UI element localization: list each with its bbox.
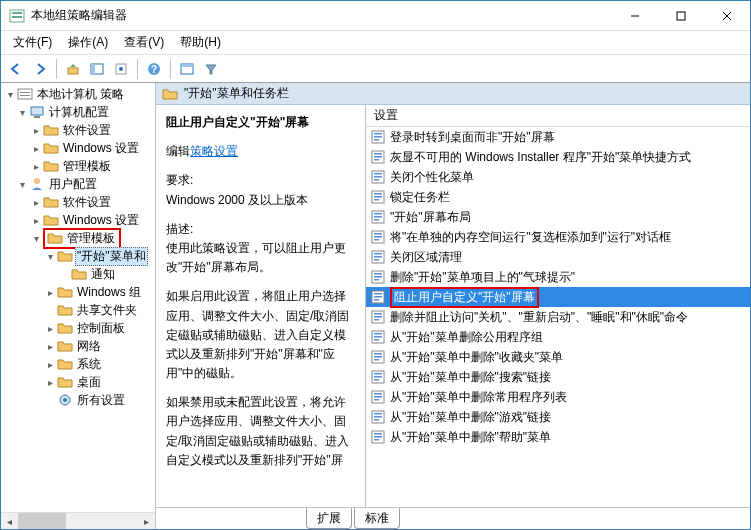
svg-rect-16: [18, 89, 32, 99]
tree-user-windows[interactable]: Windows 设置: [61, 212, 141, 229]
svg-point-23: [63, 398, 67, 402]
svg-rect-62: [374, 316, 382, 318]
tree-computer-config[interactable]: 计算机配置: [47, 104, 111, 121]
svg-rect-26: [374, 136, 382, 138]
menu-action[interactable]: 操作(A): [60, 32, 116, 53]
nav-tree[interactable]: ▾本地计算机 策略 ▾计算机配置 ▸软件设置 ▸Windows 设置 ▸管理模板…: [1, 83, 156, 529]
list-item-label: 关闭个性化菜单: [390, 169, 474, 186]
properties-button[interactable]: [110, 58, 132, 80]
window-title: 本地组策略编辑器: [31, 7, 612, 24]
edit-label: 编辑: [166, 144, 190, 158]
funnel-icon[interactable]: [200, 58, 222, 80]
svg-rect-37: [374, 193, 382, 195]
list-row[interactable]: 从"开始"菜单中删除"帮助"菜单: [366, 427, 750, 447]
maximize-button[interactable]: [658, 1, 704, 30]
tree-user-config[interactable]: 用户配置: [47, 176, 99, 193]
svg-rect-58: [374, 296, 382, 298]
settings-list[interactable]: 登录时转到桌面而非"开始"屏幕灰显不可用的 Windows Installer …: [366, 127, 750, 507]
svg-rect-82: [374, 416, 382, 418]
tree-components[interactable]: Windows 组: [75, 284, 143, 301]
filter-button[interactable]: [176, 58, 198, 80]
list-item-label: 从"开始"菜单中删除"游戏"链接: [390, 409, 551, 426]
svg-rect-20: [34, 116, 40, 118]
list-row[interactable]: 从"开始"菜单中删除"搜索"链接: [366, 367, 750, 387]
policy-item-icon: [370, 229, 386, 245]
show-hide-tree-button[interactable]: [86, 58, 108, 80]
list-row[interactable]: 将"在单独的内存空间运行"复选框添加到"运行"对话框: [366, 227, 750, 247]
list-row[interactable]: 关闭区域清理: [366, 247, 750, 267]
tree-start-menu[interactable]: "开始"菜单和: [75, 247, 148, 266]
list-row[interactable]: 从"开始"菜单中删除常用程序列表: [366, 387, 750, 407]
tree-notify[interactable]: 通知: [89, 266, 117, 283]
close-button[interactable]: [704, 1, 750, 30]
tree-root[interactable]: 本地计算机 策略: [35, 86, 126, 103]
policy-item-icon: [370, 289, 386, 305]
content-header: "开始"菜单和任务栏: [184, 85, 289, 102]
tree-comp-windows[interactable]: Windows 设置: [61, 140, 141, 157]
svg-rect-39: [374, 199, 379, 201]
list-row[interactable]: 从"开始"菜单中删除"游戏"链接: [366, 407, 750, 427]
back-button[interactable]: [5, 58, 27, 80]
tab-standard[interactable]: 标准: [354, 508, 400, 529]
menu-help[interactable]: 帮助(H): [172, 32, 229, 53]
list-row[interactable]: 登录时转到桌面而非"开始"屏幕: [366, 127, 750, 147]
svg-rect-71: [374, 359, 379, 361]
help-button[interactable]: ?: [143, 58, 165, 80]
svg-rect-17: [20, 92, 30, 93]
tree-scroll-left[interactable]: ◂: [1, 513, 18, 530]
list-row[interactable]: "开始"屏幕布局: [366, 207, 750, 227]
menu-file[interactable]: 文件(F): [5, 32, 60, 53]
tree-user-templates[interactable]: 管理模板: [65, 230, 117, 247]
list-item-label: "开始"屏幕布局: [390, 209, 471, 226]
minimize-button[interactable]: [612, 1, 658, 30]
list-header[interactable]: 设置: [374, 107, 398, 124]
list-row[interactable]: 删除并阻止访问"关机"、"重新启动"、"睡眠"和"休眠"命令: [366, 307, 750, 327]
menu-view[interactable]: 查看(V): [116, 32, 172, 53]
tree-user-software[interactable]: 软件设置: [61, 194, 113, 211]
tree-desktop[interactable]: 桌面: [75, 374, 103, 391]
policy-root-icon: [17, 86, 33, 102]
svg-rect-1: [12, 12, 22, 14]
folder-icon: [43, 140, 59, 156]
tree-control[interactable]: 控制面板: [75, 320, 127, 337]
policy-item-icon: [370, 249, 386, 265]
svg-rect-55: [374, 279, 379, 281]
tree-network[interactable]: 网络: [75, 338, 103, 355]
list-row[interactable]: 从"开始"菜单删除公用程序组: [366, 327, 750, 347]
svg-rect-74: [374, 376, 382, 378]
list-row[interactable]: 灰显不可用的 Windows Installer 程序"开始"菜单快捷方式: [366, 147, 750, 167]
folder-icon: [57, 338, 73, 354]
policy-item-icon: [370, 329, 386, 345]
tree-all-settings[interactable]: 所有设置: [75, 392, 127, 409]
svg-point-21: [34, 178, 40, 184]
svg-rect-65: [374, 333, 382, 335]
description-pane: 阻止用户自定义"开始"屏幕 编辑策略设置 要求:Windows 2000 及以上…: [156, 105, 366, 507]
forward-button[interactable]: [29, 58, 51, 80]
folder-icon: [47, 230, 63, 246]
folder-icon: [43, 158, 59, 174]
tree-scrollbar-thumb[interactable]: [18, 513, 66, 529]
tab-extended[interactable]: 扩展: [306, 508, 352, 529]
list-row[interactable]: 删除"开始"菜单项目上的"气球提示": [366, 267, 750, 287]
policy-item-icon: [370, 369, 386, 385]
policy-item-icon: [370, 269, 386, 285]
settings-icon: [57, 392, 73, 408]
list-row[interactable]: 阻止用户自定义"开始"屏幕: [366, 287, 750, 307]
tree-system[interactable]: 系统: [75, 356, 103, 373]
list-row[interactable]: 锁定任务栏: [366, 187, 750, 207]
policy-item-icon: [370, 169, 386, 185]
list-item-label: 删除"开始"菜单项目上的"气球提示": [390, 269, 575, 286]
svg-rect-33: [374, 173, 382, 175]
up-button[interactable]: [62, 58, 84, 80]
svg-rect-38: [374, 196, 382, 198]
list-row[interactable]: 关闭个性化菜单: [366, 167, 750, 187]
tree-comp-templates[interactable]: 管理模板: [61, 158, 113, 175]
svg-rect-57: [374, 293, 382, 295]
desc-label: 描述:: [166, 222, 193, 236]
policy-settings-link[interactable]: 策略设置: [190, 144, 238, 158]
tree-scroll-right[interactable]: ▸: [138, 513, 155, 530]
tree-comp-software[interactable]: 软件设置: [61, 122, 113, 139]
tree-shared[interactable]: 共享文件夹: [75, 302, 139, 319]
list-row[interactable]: 从"开始"菜单中删除"收藏夹"菜单: [366, 347, 750, 367]
folder-icon: [57, 374, 73, 390]
